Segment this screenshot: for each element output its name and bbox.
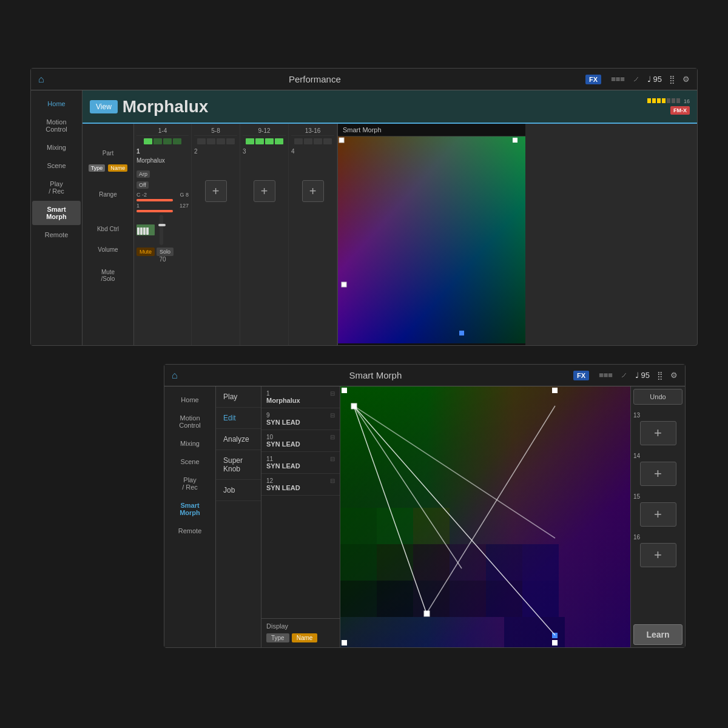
part-blocks-9-12 [243, 138, 286, 144]
bottom-home-icon[interactable]: ⌂ [172, 370, 178, 381]
bpm-display: ♩ 95 [647, 75, 662, 84]
action-analyze[interactable]: Analyze [216, 429, 261, 450]
display-type-btn[interactable]: Type [266, 633, 289, 642]
volume-slider-v[interactable] [160, 215, 163, 245]
bottom-nav-smart-morph[interactable]: SmartMorph [166, 497, 214, 521]
midi-icon: ≡≡≡ [611, 75, 625, 84]
add-button-2[interactable]: + [205, 180, 227, 202]
svg-rect-35 [552, 633, 558, 638]
part-item-10[interactable]: 10 ⊟ SYN LEAD [261, 430, 340, 452]
kbd-ctrl-area [136, 215, 189, 245]
fm-x-badge: FM-X [670, 106, 690, 115]
bottom-gear-icon[interactable]: ⚙ [670, 371, 678, 380]
action-edit[interactable]: Edit [216, 408, 261, 429]
part-name-display-11: SYN LEAD [266, 462, 335, 470]
add-button-14[interactable]: + [640, 462, 676, 486]
nav-mixing[interactable]: Mixing [32, 139, 81, 156]
nav-remote[interactable]: Remote [32, 226, 81, 243]
vel-slider-1[interactable] [136, 210, 173, 212]
side-num-16: 16 [633, 533, 682, 542]
bottom-grid-icon[interactable]: ⣿ [657, 371, 663, 380]
usb-icon: ⟋ [632, 75, 640, 84]
nav-motion-control[interactable]: MotionControl [32, 113, 81, 138]
meter-4 [662, 98, 666, 103]
meter-1 [647, 98, 651, 103]
view-button[interactable]: View [90, 100, 118, 113]
svg-rect-8 [342, 282, 346, 287]
grid-icon[interactable]: ⣿ [669, 75, 675, 84]
meter-6 [672, 98, 675, 103]
undo-button[interactable]: Undo [633, 389, 682, 405]
mute-button[interactable]: Mute [136, 248, 155, 256]
bottom-nav-motion-control[interactable]: MotionControl [166, 410, 214, 434]
part-block-12 [275, 138, 283, 144]
part-blocks-5-8 [194, 138, 237, 144]
part-item-9[interactable]: 9 ⊟ SYN LEAD [261, 408, 340, 430]
main-container: ⌂ Performance FX ≡≡≡ ⟋ ♩ 95 ⣿ ⚙ Home Mot… [30, 68, 698, 648]
svg-rect-31 [342, 640, 347, 645]
part-item-12[interactable]: 12 ⊟ SYN LEAD [261, 474, 340, 496]
top-panel: ⌂ Performance FX ≡≡≡ ⟋ ♩ 95 ⣿ ⚙ Home Mot… [30, 68, 698, 346]
add-button-13[interactable]: + [640, 421, 676, 445]
mute-solo-controls: Mute Solo [136, 248, 189, 256]
part-10-icon: ⊟ [330, 434, 335, 440]
part-9-icon: ⊟ [330, 412, 335, 419]
range-slider-1[interactable] [136, 199, 173, 201]
top-panel-header: ⌂ Performance FX ≡≡≡ ⟋ ♩ 95 ⣿ ⚙ [31, 69, 697, 90]
bottom-nav-remote[interactable]: Remote [166, 522, 214, 539]
add-button-4[interactable]: + [302, 180, 324, 202]
part-section: Part Type Name Range Kbd Ctrl [83, 124, 697, 345]
meter-7 [676, 98, 680, 103]
parts-list: 1 ⊟ Morphalux 9 ⊟ SYN LEAD 10 ⊟ [261, 386, 340, 647]
big-morph-area[interactable] [340, 386, 630, 647]
part-block-14 [304, 138, 312, 144]
svg-rect-1 [338, 136, 525, 343]
part-label: Part [85, 149, 131, 158]
type-badge[interactable]: Type [89, 164, 106, 172]
top-morph-canvas[interactable] [338, 136, 525, 343]
action-job[interactable]: Job [216, 480, 261, 501]
solo-button[interactable]: Solo [157, 248, 174, 256]
part-num-4: 4 [291, 147, 334, 156]
display-name-btn[interactable]: Name [292, 633, 318, 642]
nav-play-rec[interactable]: Play/ Rec [32, 175, 81, 200]
bottom-panel-title: Smart Morph [187, 370, 564, 380]
part-11-icon: ⊟ [330, 456, 335, 462]
bottom-nav-mixing[interactable]: Mixing [166, 435, 214, 452]
part-num-3: 3 [243, 147, 286, 156]
side-num-14: 14 [633, 451, 682, 460]
part-group-13-16: 13-16 [291, 126, 334, 136]
part-block-6 [207, 138, 215, 144]
bottom-left-nav: Home MotionControl Mixing Scene Play/ Re… [164, 386, 216, 647]
nav-scene[interactable]: Scene [32, 157, 81, 174]
bottom-nav-home[interactable]: Home [166, 391, 214, 408]
part-item-11[interactable]: 11 ⊟ SYN LEAD [261, 452, 340, 474]
display-label: Display [266, 622, 288, 630]
gear-icon[interactable]: ⚙ [682, 75, 690, 84]
part-item-1[interactable]: 1 ⊟ Morphalux [261, 386, 340, 408]
part-1-icon: ⊟ [330, 390, 335, 397]
name-badge[interactable]: Name [108, 164, 127, 172]
part-block-7 [217, 138, 225, 144]
fx-badge[interactable]: FX [585, 75, 601, 84]
action-super-knob[interactable]: SuperKnob [216, 450, 261, 480]
part-num-display-11: 11 [266, 456, 273, 462]
bottom-nav-scene[interactable]: Scene [166, 453, 214, 470]
add-button-15[interactable]: + [640, 502, 676, 527]
part-block-4 [173, 138, 181, 144]
nav-smart-morph[interactable]: SmartMorph [32, 201, 81, 225]
part-num-display-12: 12 [266, 477, 273, 484]
parts-column: Part Type Name Range Kbd Ctrl [83, 124, 134, 345]
part-num-display-9: 9 [266, 412, 270, 419]
part-block-11 [265, 138, 274, 144]
add-button-3[interactable]: + [254, 180, 275, 202]
nav-home[interactable]: Home [32, 95, 81, 112]
left-nav: Home MotionControl Mixing Scene Play/ Re… [31, 90, 83, 345]
svg-rect-26 [486, 581, 522, 617]
add-button-16[interactable]: + [640, 543, 676, 567]
home-icon[interactable]: ⌂ [38, 74, 44, 85]
action-play[interactable]: Play [216, 386, 261, 408]
bottom-nav-play-rec[interactable]: Play/ Rec [166, 471, 214, 496]
learn-button[interactable]: Learn [633, 624, 682, 645]
bottom-fx-badge[interactable]: FX [573, 371, 589, 380]
